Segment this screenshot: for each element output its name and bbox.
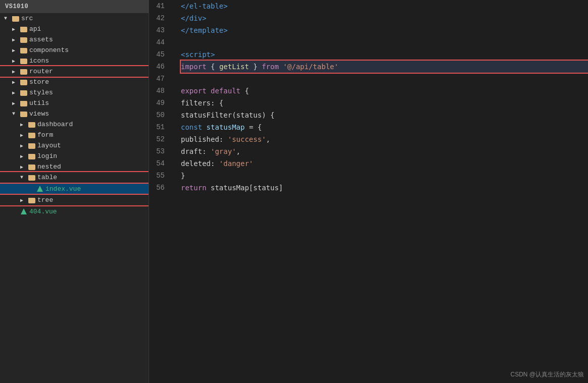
arrow-icon: ▶: [12, 100, 20, 106]
token: }: [249, 63, 262, 71]
token: [207, 87, 211, 95]
line-number: 45: [149, 48, 171, 61]
item-label: store: [29, 78, 49, 86]
sidebar-item-views[interactable]: ▼views: [0, 108, 149, 119]
sidebar-item-tree[interactable]: ▶tree: [0, 195, 149, 205]
item-label: nested: [37, 163, 61, 171]
code-line: statusFilter(status) {: [181, 109, 588, 121]
sidebar-item-index-vue[interactable]: index.vue: [0, 183, 149, 195]
code-line: published: 'success',: [181, 133, 588, 145]
arrow-icon: ▶: [12, 79, 20, 85]
token: default: [211, 87, 240, 95]
sidebar-item-api[interactable]: ▶api: [0, 24, 149, 34]
sidebar-item-table[interactable]: ▼table: [0, 172, 149, 183]
sidebar-item-assets[interactable]: ▶assets: [0, 34, 149, 45]
arrow-icon: ▼: [20, 175, 28, 180]
line-number: 42: [149, 12, 171, 24]
token: getList: [219, 63, 249, 71]
code-line: </el-table>: [181, 0, 588, 12]
item-label: tree: [37, 196, 53, 204]
token: }: [181, 172, 185, 180]
file-tree: ▼src▶api▶assets▶components▶icons▶router▶…: [0, 13, 149, 217]
token: </template>: [181, 26, 228, 34]
svg-marker-0: [37, 186, 43, 192]
sidebar-item-layout[interactable]: ▶layout: [0, 140, 149, 151]
arrow-icon: ▶: [12, 58, 20, 64]
line-number: 48: [149, 85, 171, 97]
sidebar-item-components[interactable]: ▶components: [0, 45, 149, 56]
code-line: export default {: [181, 85, 588, 97]
token: statusMap[status]: [207, 184, 283, 192]
item-label: icons: [29, 57, 49, 65]
sidebar-item-form[interactable]: ▶form: [0, 130, 149, 140]
code-content: 41424344454647484950515253545556 </el-ta…: [149, 0, 588, 383]
arrow-icon: ▶: [12, 26, 20, 32]
token: statusFilter(status) {: [181, 111, 274, 119]
token: from: [262, 63, 279, 71]
arrow-icon: ▶: [20, 153, 28, 159]
line-number: 41: [149, 0, 171, 12]
code-line: const statusMap = {: [181, 121, 588, 133]
token: <script>: [181, 50, 215, 59]
token: 'gray': [211, 147, 236, 155]
token: = {: [244, 123, 262, 131]
line-number: 52: [149, 133, 171, 145]
arrow-icon: ▶: [12, 90, 20, 96]
arrow-icon: ▶: [12, 69, 20, 75]
item-label: index.vue: [45, 185, 81, 193]
line-number: 55: [149, 170, 171, 182]
token: import: [181, 63, 207, 71]
code-line: <script>: [181, 48, 588, 61]
token: draft:: [181, 147, 211, 155]
sidebar-item-login[interactable]: ▶login: [0, 151, 149, 161]
sidebar-item-404vue[interactable]: 404.vue: [0, 205, 149, 217]
sidebar-item-src[interactable]: ▼src: [0, 13, 149, 24]
token: [202, 123, 206, 131]
token: 'success': [228, 135, 266, 143]
code-line: </div>: [181, 12, 588, 24]
token: const: [181, 123, 202, 131]
token: ,: [236, 147, 240, 155]
token: return: [181, 184, 207, 192]
token: statusMap: [207, 123, 245, 131]
code-line: [181, 36, 588, 48]
sidebar-title: VS1010: [0, 0, 149, 13]
token: published:: [181, 135, 228, 143]
arrow-icon: ▶: [12, 47, 20, 53]
line-number: 53: [149, 145, 171, 157]
item-label: login: [37, 152, 57, 160]
sidebar-item-store[interactable]: ▶store: [0, 77, 149, 87]
code-line: deleted: 'danger': [181, 157, 588, 170]
code-line: [181, 73, 588, 85]
line-number: 50: [149, 109, 171, 121]
arrow-icon: ▶: [20, 197, 28, 203]
sidebar-item-dashboard[interactable]: ▶dashboard: [0, 119, 149, 130]
arrow-icon: ▶: [12, 37, 20, 43]
vue-icon: [36, 184, 45, 193]
vue-icon: [20, 207, 29, 216]
token: </el-table>: [181, 2, 228, 10]
arrow-icon: ▶: [20, 164, 28, 170]
token: {: [207, 63, 219, 71]
item-label: layout: [37, 142, 61, 149]
item-label: table: [37, 174, 57, 181]
arrow-icon: ▼: [12, 111, 20, 117]
sidebar-item-nested[interactable]: ▶nested: [0, 161, 149, 172]
code-line: filters: {: [181, 97, 588, 109]
item-label: src: [21, 15, 33, 22]
item-label: assets: [29, 36, 53, 43]
sidebar-item-utils[interactable]: ▶utils: [0, 98, 149, 108]
code-line: </template>: [181, 24, 588, 36]
token: 'danger': [219, 159, 253, 168]
line-number: 54: [149, 157, 171, 170]
svg-marker-1: [21, 208, 27, 214]
line-number: 49: [149, 97, 171, 109]
sidebar-item-icons[interactable]: ▶icons: [0, 56, 149, 66]
arrow-icon: ▶: [20, 122, 28, 128]
arrow-icon: ▼: [4, 16, 12, 21]
sidebar-item-styles[interactable]: ▶styles: [0, 87, 149, 98]
token: </div>: [181, 14, 207, 22]
item-label: router: [29, 68, 53, 75]
sidebar-item-router[interactable]: ▶router: [0, 66, 149, 77]
code-line: draft: 'gray',: [181, 145, 588, 157]
